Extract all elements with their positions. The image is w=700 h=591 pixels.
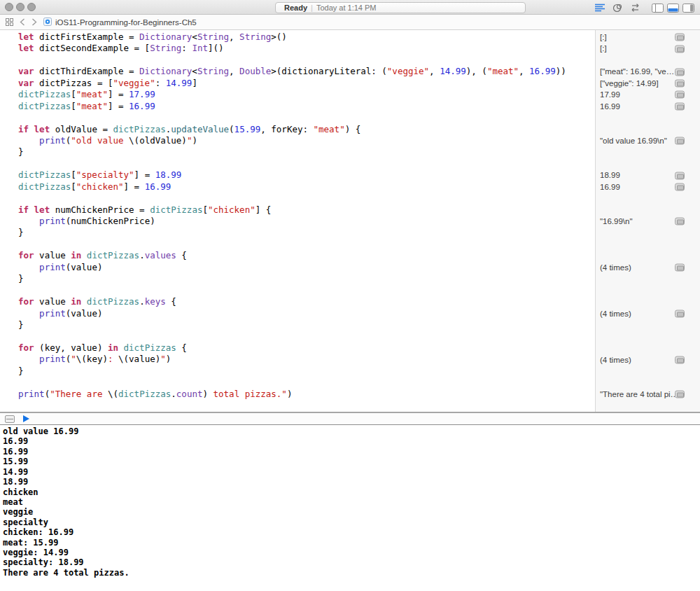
code-line [18,331,595,342]
playground-file-icon [43,18,52,27]
result-value: "16.99\n" [600,217,633,225]
show-result-button[interactable] [675,218,685,225]
console-line: veggie [3,507,700,517]
code-line: print("There are \(dictPizzas.count) tot… [18,389,595,400]
console-line: 18.99 [3,477,700,487]
code-line [18,239,595,250]
results-sidebar: [:][:]["meat": 16.99, "ve…["veggie": 14.… [595,30,700,412]
console-line: chicken: 16.99 [3,527,700,537]
status-time: Today at 1:14 PM [316,4,377,12]
result-value: 16.99 [600,183,620,191]
code-line: if let oldValue = dictPizzas.updateValue… [18,124,595,135]
result-row: ["meat": 16.99, "ve… [596,66,700,77]
navigator-panel-toggle[interactable] [652,4,664,13]
code-line: print("\(key): \(value)") [18,354,595,365]
result-row: "old value 16.99\n" [596,135,700,146]
code-line [18,158,595,169]
activity-viewer: Ready|Today at 1:14 PM [275,2,526,13]
console-toolbar [0,412,700,425]
related-items-grid-icon[interactable] [6,16,13,29]
code-line: } [18,273,595,284]
status-separator: | [311,4,313,12]
standard-editor-icon[interactable] [595,4,606,12]
assistant-editor-icon[interactable] [612,4,623,13]
console-toggle-icon[interactable] [5,415,15,423]
code-line: if let numChickenPrice = dictPizzas["chi… [18,204,595,216]
code-line: } [18,227,595,238]
show-result-button[interactable] [675,68,685,76]
minimize-button[interactable] [16,3,24,11]
code-line: dictPizzas["meat"] = 17.99 [18,89,595,100]
code-line: } [18,319,595,331]
code-line: let dictSecondExample = [String: Int]() [18,43,595,54]
result-row: (4 times) [596,354,700,366]
code-line: print(value) [18,308,595,319]
show-result-button[interactable] [675,183,685,191]
code-line: dictPizzas["meat"] = 16.99 [18,101,595,112]
inspectors-panel-toggle[interactable] [682,4,694,13]
code-line [18,112,595,123]
result-row: (4 times) [596,262,700,273]
result-row: "There are 4 total pi… [596,389,700,400]
jump-bar: iOS11-Programming-for-Beginners-Ch5 [0,15,700,30]
code-line: for value in dictPizzas.values { [18,250,595,261]
result-value: [:] [600,44,607,53]
console-line: There are 4 total pizzas. [3,568,700,578]
code-line: } [18,146,595,158]
result-row: "16.99\n" [596,216,700,227]
result-value: ["veggie": 14.99] [600,79,659,88]
version-editor-icon[interactable] [629,4,641,12]
show-result-button[interactable] [675,80,685,88]
console-line: old value 16.99 [3,426,700,436]
console-line: meat [3,497,700,507]
code-line: for value in dictPizzas.keys { [18,296,595,307]
result-value: ["meat": 16.99, "ve… [600,67,674,76]
code-line: var dictThirdExample = Dictionary<String… [18,66,595,77]
result-value: 16.99 [600,102,620,111]
zoom-button[interactable] [27,3,36,11]
show-result-button[interactable] [675,102,685,110]
run-play-icon[interactable] [23,415,29,422]
console-line: specialty [3,517,700,527]
show-result-button[interactable] [675,172,685,179]
forward-chevron-icon[interactable] [31,16,37,29]
show-result-button[interactable] [675,91,685,99]
console-line: 16.99 [3,436,700,446]
show-result-button[interactable] [675,356,685,363]
result-value: 18.99 [600,171,620,179]
code-line [18,285,595,296]
back-chevron-icon[interactable] [20,16,25,29]
result-row: [:] [596,32,700,43]
result-value: "old value 16.99\n" [600,137,667,145]
show-result-button[interactable] [675,137,685,145]
code-line: dictPizzas["specialty"] = 18.99 [18,169,595,181]
result-row: [:] [596,43,700,54]
show-result-button[interactable] [675,310,685,318]
console-line: 14.99 [3,467,700,477]
show-result-button[interactable] [675,45,685,53]
result-row: 18.99 [596,169,700,181]
code-line: print(value) [18,262,595,273]
show-result-button[interactable] [675,34,685,41]
console-line: chicken [3,487,700,497]
result-value: (4 times) [600,310,631,318]
console-line: veggie: 14.99 [3,548,700,557]
debug-area-panel-toggle[interactable] [667,4,679,13]
code-line [18,377,595,388]
console-line: specialty: 18.99 [3,557,700,567]
toolbar-right [595,2,694,13]
close-button[interactable] [5,3,13,11]
result-row: (4 times) [596,308,700,319]
console-output: old value 16.9916.9916.9915.9914.9918.99… [0,425,700,588]
panel-toggles [652,4,694,13]
result-row: 17.99 [596,89,700,100]
status-text: Ready [284,4,307,12]
code-line: print(numChickenPrice) [18,216,595,227]
code-line [18,55,595,66]
console-line: meat: 15.99 [3,538,700,548]
show-result-button[interactable] [675,391,685,398]
code-editor[interactable]: let dictFirstExample = Dictionary<String… [0,30,595,412]
result-row: ["veggie": 14.99] [596,78,700,89]
show-result-button[interactable] [675,264,685,272]
breadcrumb[interactable]: iOS11-Programming-for-Beginners-Ch5 [43,18,197,27]
